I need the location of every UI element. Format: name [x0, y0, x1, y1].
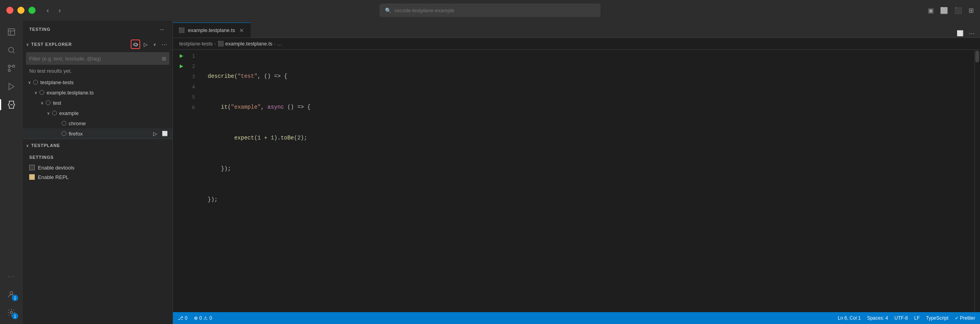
enable-devtools-checkbox[interactable] — [29, 165, 35, 170]
breadcrumb-more[interactable]: … — [277, 41, 282, 47]
status-errors-label: 0 — [199, 315, 202, 321]
toggle-sidebar-button[interactable]: ▣ — [928, 7, 934, 14]
status-prettier[interactable]: ✓ Prettier — [955, 315, 975, 321]
activity-account[interactable]: 1 — [3, 286, 20, 303]
tree-item-example-testplane[interactable]: ∨ example.testplane.ts — [23, 87, 173, 98]
tab-close-button[interactable]: ✕ — [238, 27, 245, 34]
tree-item-label: example.testplane.ts — [47, 90, 94, 96]
code-token: ( — [227, 102, 231, 112]
settings-area: SETTINGS Enable devtools Enable REPL — [23, 152, 173, 186]
breadcrumb-sep-1: › — [214, 41, 216, 47]
activity-source-control[interactable] — [3, 60, 20, 77]
line-number-6: 6 — [186, 104, 195, 110]
sidebar-header-actions: ··· — [158, 25, 166, 34]
status-position[interactable]: Ln 6, Col 1 — [838, 315, 861, 321]
svg-point-4 — [8, 65, 11, 68]
nav-back-button[interactable]: ‹ — [43, 5, 52, 16]
code-token: it — [221, 102, 228, 112]
enable-devtools-label: Enable devtools — [38, 165, 75, 171]
enable-repl-label: Enable REPL — [38, 174, 69, 180]
activity-bottom: ··· 1 1 — [3, 268, 20, 321]
tree-item-label: chrome — [69, 121, 86, 126]
code-editor[interactable]: ▶ 1 ▶ 2 3 4 5 6 — [173, 50, 980, 312]
settings-badge: 1 — [12, 313, 18, 319]
test-tree: ∨ testplane-tests ∨ example.testplane.ts… — [23, 77, 173, 139]
code-token: ); — [300, 133, 307, 143]
sidebar-scroll: ∨ TEST EXPLORER ▷ ∨ ··· ⊞ No test result… — [23, 38, 173, 324]
minimize-traffic-light[interactable] — [17, 7, 24, 14]
line-number-4: 4 — [186, 84, 195, 90]
enable-devtools-item[interactable]: Enable devtools — [29, 163, 166, 172]
activity-debug[interactable] — [3, 78, 20, 95]
layout-button[interactable]: ⊞ — [969, 7, 974, 14]
activity-search[interactable] — [3, 42, 20, 58]
tree-item-testplane-tests[interactable]: ∨ testplane-tests — [23, 77, 173, 87]
breadcrumb-folder[interactable]: testplane-tests — [179, 41, 213, 47]
run-item-button[interactable]: ▷ — [152, 130, 159, 138]
tree-item-firefox[interactable]: ∨ firefox ▷ ⬜ — [23, 128, 173, 139]
tree-item-chrome[interactable]: ∨ chrome — [23, 118, 173, 128]
testplane-chevron: ∨ — [26, 143, 29, 148]
editor-tab-example[interactable]: ⬛ example.testplane.ts ✕ — [173, 23, 251, 38]
line-number-2: 2 — [186, 63, 195, 69]
enable-repl-checkbox[interactable] — [29, 174, 35, 180]
run-tests-dropdown[interactable]: ∨ — [151, 40, 158, 49]
status-branch[interactable]: ⎇ 0 — [178, 315, 188, 321]
code-token: ( — [234, 71, 237, 81]
status-language[interactable]: TypeScript — [926, 315, 948, 321]
run-icon-line2[interactable]: ▶ — [180, 63, 183, 69]
activity-testing[interactable] — [3, 96, 20, 113]
test-explorer-label: TEST EXPLORER — [31, 42, 72, 47]
refresh-tests-button[interactable] — [131, 40, 140, 49]
filter-icon: ⊞ — [162, 56, 166, 62]
code-line-6 — [208, 225, 974, 235]
filter-input[interactable] — [29, 56, 160, 62]
test-explorer-section-header[interactable]: ∨ TEST EXPLORER ▷ ∨ ··· — [23, 38, 173, 51]
search-input[interactable] — [394, 8, 595, 13]
titlebar-right-actions: ▣ ⬜ ⬛ ⊞ — [928, 7, 974, 14]
status-spaces[interactable]: Spaces: 4 — [867, 315, 888, 321]
activity-explorer[interactable] — [3, 24, 20, 40]
code-content[interactable]: describe("test", () => { it("example", a… — [201, 50, 974, 312]
testplane-section-header[interactable]: ∨ TESTPLANE — [23, 139, 173, 152]
toggle-panel2-button[interactable]: ⬛ — [954, 7, 962, 14]
gutter-line-2: ▶ 2 — [173, 61, 201, 71]
maximize-traffic-light[interactable] — [28, 7, 36, 14]
status-warnings-label: 0 — [209, 315, 212, 321]
code-line-1: describe("test", () => { — [208, 71, 974, 81]
tab-bar: ⬛ example.testplane.ts ✕ ⬜ ··· — [173, 21, 980, 38]
code-token: , — [261, 102, 267, 112]
main-layout: ··· 1 1 TESTING ··· ∨ TEST EXPLORER — [0, 21, 980, 324]
filter-bar[interactable]: ⊞ — [26, 52, 169, 65]
status-line-ending[interactable]: LF — [914, 315, 920, 321]
nav-forward-button[interactable]: › — [55, 5, 64, 16]
run-icon-line1[interactable]: ▶ — [180, 53, 183, 58]
test-status-dot — [33, 80, 38, 85]
activity-settings[interactable]: 1 — [3, 304, 20, 321]
status-encoding[interactable]: UTF-8 — [894, 315, 908, 321]
code-token: expect — [234, 133, 254, 143]
code-token: }); — [208, 194, 218, 205]
titlebar-search[interactable]: 🔍 — [379, 4, 601, 17]
breadcrumb-sep-2: › — [274, 41, 276, 47]
sidebar-more-button[interactable]: ··· — [158, 25, 166, 34]
run-tests-button[interactable]: ▷ — [142, 40, 150, 49]
sidebar-title: TESTING — [29, 27, 51, 32]
enable-repl-item[interactable]: Enable REPL — [29, 172, 166, 182]
tree-item-example[interactable]: ∨ example — [23, 108, 173, 118]
test-status-dot — [52, 111, 57, 115]
split-editor-button[interactable]: ⬜ — [955, 29, 965, 38]
activity-more[interactable]: ··· — [3, 268, 20, 284]
settings-title: SETTINGS — [29, 155, 166, 160]
close-traffic-light[interactable] — [6, 7, 13, 14]
item-actions: ▷ ⬜ — [152, 130, 169, 138]
chevron-icon: ∨ — [26, 80, 32, 85]
status-errors[interactable]: ⊗ 0 ⚠ 0 — [194, 315, 212, 321]
open-item-button[interactable]: ⬜ — [160, 130, 169, 138]
tree-item-test[interactable]: ∨ test — [23, 98, 173, 108]
toggle-panel-button[interactable]: ⬜ — [940, 7, 948, 14]
breadcrumb-file[interactable]: example.testplane.ts — [225, 41, 272, 47]
chevron-icon: ∨ — [45, 111, 51, 115]
test-explorer-more-button[interactable]: ··· — [160, 40, 169, 49]
more-editor-button[interactable]: ··· — [967, 29, 977, 38]
